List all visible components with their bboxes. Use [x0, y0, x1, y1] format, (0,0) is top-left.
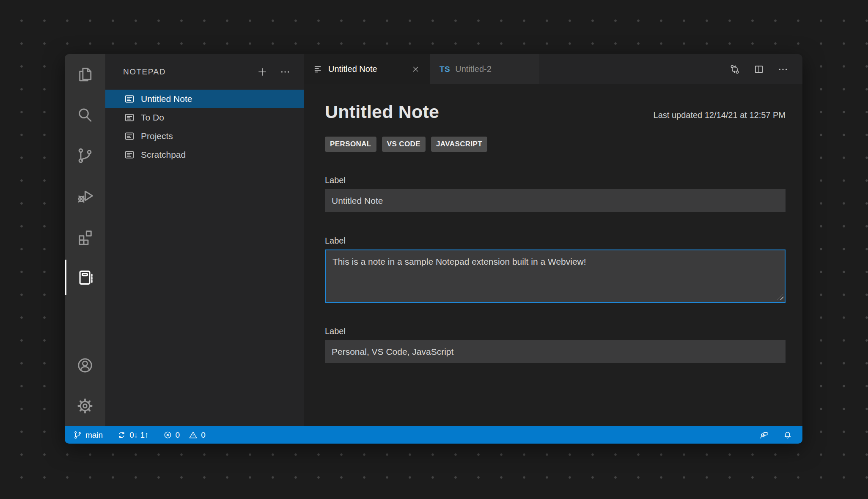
page-title: Untitled Note [325, 101, 439, 122]
source-control-icon [76, 146, 94, 165]
tag-list: PERSONAL VS CODE JAVASCRIPT [325, 137, 786, 152]
note-list-item[interactable]: To Do [105, 108, 304, 127]
files-icon [76, 65, 94, 84]
more-actions-button[interactable] [279, 66, 291, 78]
note-label: Scratchpad [141, 150, 186, 160]
search-icon [76, 106, 94, 124]
sidebar-title: NOTEPAD [123, 67, 256, 77]
tags-field-group: Label [325, 326, 786, 363]
note-list-item[interactable]: Projects [105, 127, 304, 145]
ellipsis-icon [777, 64, 788, 75]
settings-button[interactable] [65, 386, 105, 426]
body-field-group: Label This is a note in a sample Notepad… [325, 236, 786, 303]
typescript-file-icon: TS [439, 65, 450, 74]
tag-chip: PERSONAL [325, 137, 376, 152]
extensions-icon [76, 228, 94, 246]
run-debug-icon [76, 187, 94, 206]
search-button[interactable] [65, 95, 105, 135]
tab-untitled-2[interactable]: TS Untitled-2 [430, 54, 539, 84]
split-editor-button[interactable] [753, 63, 765, 76]
notifications-button[interactable] [783, 430, 792, 440]
account-icon [76, 356, 94, 375]
status-bar-right [759, 430, 795, 440]
activity-bar-top [65, 54, 105, 298]
activity-bar [65, 54, 105, 426]
note-lines-icon [313, 65, 323, 74]
error-icon [163, 430, 172, 439]
note-icon [124, 149, 135, 160]
note-icon [124, 93, 135, 104]
close-tab-button[interactable] [410, 64, 420, 74]
tag-chip: VS CODE [382, 137, 426, 152]
feedback-button[interactable] [759, 430, 769, 440]
field-label: Label [325, 236, 786, 246]
note-label: To Do [141, 112, 164, 123]
editor-actions [728, 54, 802, 84]
more-editor-actions-button[interactable] [777, 63, 789, 76]
notepad-button[interactable] [65, 257, 105, 298]
branch-name: main [85, 430, 103, 440]
last-updated-text: Last updated 12/14/21 at 12:57 PM [654, 110, 786, 120]
note-list: Untitled Note To Do Projects [105, 90, 304, 164]
bell-icon [783, 430, 792, 440]
note-icon [124, 112, 135, 123]
note-header: Untitled Note Last updated 12/14/21 at 1… [325, 101, 786, 122]
tab-label: Untitled Note [328, 64, 377, 74]
new-note-button[interactable] [256, 66, 269, 78]
tab-label: Untitled-2 [455, 64, 492, 74]
problems-status-item[interactable]: 0 0 [162, 430, 206, 440]
note-tags-input[interactable] [325, 340, 786, 363]
note-webview: Untitled Note Last updated 12/14/21 at 1… [304, 84, 802, 426]
warning-count: 0 [201, 430, 206, 440]
vscode-window: NOTEPAD Untitled Note [65, 54, 802, 444]
close-icon [412, 65, 420, 73]
tab-untitled-note[interactable]: Untitled Note [304, 54, 430, 84]
git-branch-icon [73, 430, 82, 439]
compare-changes-icon [729, 64, 740, 75]
note-label: Projects [141, 131, 173, 141]
sidebar-actions [256, 66, 291, 78]
activity-bar-bottom [65, 345, 105, 426]
ellipsis-icon [280, 66, 291, 77]
branch-status-item[interactable]: main [72, 430, 104, 440]
error-count: 0 [176, 430, 180, 440]
note-label: Untitled Note [141, 94, 192, 104]
note-list-item[interactable]: Untitled Note [105, 90, 304, 108]
sync-icon [117, 430, 126, 439]
source-control-button[interactable] [65, 135, 105, 176]
sync-status-item[interactable]: 0↓ 1↑ [116, 430, 149, 440]
tab-bar: Untitled Note TS Untitled-2 [304, 54, 802, 84]
split-editor-icon [753, 64, 764, 75]
sync-counts: 0↓ 1↑ [129, 430, 148, 440]
editor-group: Untitled Note TS Untitled-2 [304, 54, 802, 426]
feedback-icon [759, 430, 769, 440]
notepad-icon [76, 268, 94, 287]
note-list-item[interactable]: Scratchpad [105, 145, 304, 164]
sidebar-notepad: NOTEPAD Untitled Note [105, 54, 304, 426]
title-field-group: Label [325, 175, 786, 212]
plus-icon [257, 66, 268, 77]
explorer-button[interactable] [65, 54, 105, 95]
account-button[interactable] [65, 345, 105, 386]
compare-changes-button[interactable] [728, 63, 741, 76]
extensions-button[interactable] [65, 217, 105, 257]
field-label: Label [325, 326, 786, 336]
settings-gear-icon [76, 397, 94, 415]
status-bar: main 0↓ 1↑ 0 0 [65, 426, 802, 444]
sidebar-header: NOTEPAD [105, 54, 304, 90]
warning-icon [189, 430, 198, 439]
note-icon [124, 131, 135, 142]
note-title-input[interactable] [325, 189, 786, 212]
field-label: Label [325, 175, 786, 185]
note-body-textarea[interactable]: This is a note in a sample Notepad exten… [325, 250, 786, 303]
note-body-wrap: This is a note in a sample Notepad exten… [325, 250, 786, 303]
workbench: NOTEPAD Untitled Note [65, 54, 802, 426]
tag-chip: JAVASCRIPT [431, 137, 487, 152]
run-debug-button[interactable] [65, 176, 105, 217]
